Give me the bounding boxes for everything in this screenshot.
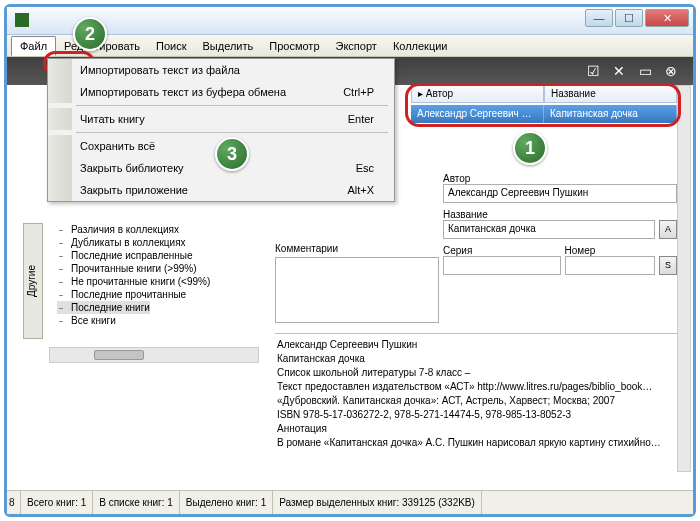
row-author: Александр Сергеевич Пу… — [411, 105, 544, 123]
status-selected: Выделено книг: 1 — [180, 491, 273, 514]
series-label: Серия — [443, 245, 561, 256]
status-lead: 8 — [7, 491, 21, 514]
book-row-selected[interactable]: Александр Сергеевич Пу… Капитанская дочк… — [411, 105, 677, 123]
menu-import-file[interactable]: Импортировать текст из файла — [48, 59, 394, 81]
badge-2: 2 — [73, 17, 107, 51]
check-icon[interactable]: ☑ — [583, 61, 603, 81]
menu-import-clipboard[interactable]: Импортировать текст из буфера обменаCtrl… — [48, 81, 394, 103]
status-total: Всего книг: 1 — [21, 491, 93, 514]
titlebar: — ☐ ✕ — [7, 7, 693, 35]
menu-file[interactable]: Файл — [11, 36, 56, 56]
number-field[interactable] — [565, 256, 655, 275]
menu-close-app[interactable]: Закрыть приложениеAlt+X — [48, 179, 394, 201]
column-author[interactable]: ▸ Автор — [411, 85, 544, 103]
series-field[interactable] — [443, 256, 561, 275]
status-size: Размер выделенных книг: 339125 (332KB) — [273, 491, 482, 514]
comments-label: Комментарии — [275, 243, 338, 254]
number-label: Номер — [565, 245, 655, 256]
column-title[interactable]: Название — [544, 85, 677, 103]
menu-select[interactable]: Выделить — [195, 37, 262, 55]
file-menu-dropdown: Импортировать текст из файла Импортирова… — [47, 58, 395, 202]
window-icon[interactable]: ▭ — [635, 61, 655, 81]
details-panel: Александр Сергеевич Пушкин Капитанская д… — [275, 333, 677, 472]
scrollbar-thumb[interactable] — [94, 350, 144, 360]
tree-item[interactable]: Дубликаты в коллекциях — [57, 236, 255, 249]
author-label: Автор — [443, 173, 677, 184]
tree: Различия в коллекциях Дубликаты в коллек… — [57, 223, 255, 327]
menubar: Файл Редактировать Поиск Выделить Просмо… — [7, 35, 693, 57]
close-panel-icon[interactable]: ⊗ — [661, 61, 681, 81]
menu-collections[interactable]: Коллекции — [385, 37, 456, 55]
a-button[interactable]: A — [659, 220, 677, 239]
tree-item[interactable]: Прочитанные книги (>99%) — [57, 262, 255, 275]
minimize-button[interactable]: — — [585, 9, 613, 27]
app-icon — [15, 13, 29, 27]
title-label: Название — [443, 209, 655, 220]
menu-search[interactable]: Поиск — [148, 37, 194, 55]
x-icon[interactable]: ✕ — [609, 61, 629, 81]
menu-view[interactable]: Просмотр — [261, 37, 327, 55]
badge-3: 3 — [215, 137, 249, 171]
statusbar: 8 Всего книг: 1 В списке книг: 1 Выделен… — [7, 490, 693, 514]
status-inlist: В списке книг: 1 — [93, 491, 180, 514]
badge-1: 1 — [513, 131, 547, 165]
menu-read-book[interactable]: Читать книгуEnter — [48, 108, 394, 130]
comments-field[interactable] — [275, 257, 439, 323]
tree-item[interactable]: Последние прочитанные — [57, 288, 255, 301]
tree-scrollbar[interactable] — [49, 347, 259, 363]
maximize-button[interactable]: ☐ — [615, 9, 643, 27]
row-title: Капитанская дочка — [544, 105, 677, 123]
tree-item[interactable]: Последние исправленные — [57, 249, 255, 262]
author-field[interactable]: Александр Сергеевич Пушкин — [443, 184, 677, 203]
s-button[interactable]: S — [659, 256, 677, 275]
tree-item[interactable]: Различия в коллекциях — [57, 223, 255, 236]
tree-item[interactable]: Не прочитанные книги (<99%) — [57, 275, 255, 288]
close-button[interactable]: ✕ — [645, 9, 689, 27]
menu-export[interactable]: Экспорт — [328, 37, 385, 55]
title-field[interactable]: Капитанская дочка — [443, 220, 655, 239]
vertical-scrollbar[interactable] — [677, 85, 691, 472]
tree-item[interactable]: Все книги — [57, 314, 255, 327]
side-tab-other[interactable]: Другие — [23, 223, 43, 339]
tree-item-selected[interactable]: Последние книги — [57, 301, 150, 314]
